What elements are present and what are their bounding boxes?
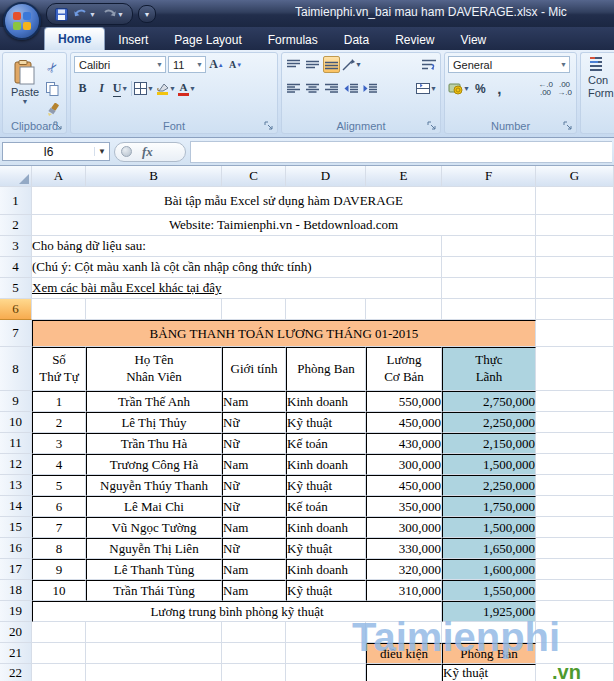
cell-f6[interactable]	[442, 299, 536, 320]
website-cell[interactable]: Website: Taimienphi.vn - Betdownload.com	[32, 215, 536, 236]
cell-dept[interactable]: Kỹ thuật	[286, 538, 366, 559]
merge-center-button[interactable]: ▼	[416, 80, 437, 97]
summary-label-cell[interactable]: Lương trung bình phòng kỹ thuật	[32, 601, 442, 622]
decrease-indent-button[interactable]	[342, 80, 359, 97]
row-header-5[interactable]: 5	[0, 278, 32, 299]
wrap-text-button[interactable]	[420, 56, 437, 73]
row-header-11[interactable]: 11	[0, 433, 32, 454]
cell-f3[interactable]	[442, 236, 536, 257]
cell-g[interactable]	[536, 391, 614, 412]
row-header-13[interactable]: 13	[0, 475, 32, 496]
cell-d22[interactable]	[286, 664, 366, 681]
cell-g6[interactable]	[536, 299, 614, 320]
insert-function-button[interactable]: fx	[142, 144, 153, 160]
cell-gender[interactable]: Nam	[222, 559, 286, 580]
merge-center-dropdown-icon[interactable]: ▼	[430, 85, 437, 92]
percent-style-button[interactable]: %	[472, 80, 489, 97]
cell-b21[interactable]	[86, 643, 222, 664]
cell-g[interactable]	[536, 580, 614, 601]
redo-button[interactable]: ▼	[102, 8, 124, 20]
row-header-20[interactable]: 20	[0, 622, 32, 643]
cell-net[interactable]: 1,500,000	[442, 454, 536, 475]
cell-gender[interactable]: Nữ	[222, 475, 286, 496]
number-format-combo[interactable]: General▼	[448, 56, 570, 73]
cell-dept[interactable]: Kinh doanh	[286, 517, 366, 538]
row-header-1[interactable]: 1	[0, 187, 32, 215]
cell-stt[interactable]: 1	[32, 391, 86, 412]
cell-net[interactable]: 2,750,000	[442, 391, 536, 412]
cell-g2[interactable]	[536, 215, 614, 236]
cell-a21[interactable]	[32, 643, 86, 664]
cell-d21[interactable]	[286, 643, 366, 664]
col-header-e[interactable]: E	[366, 166, 442, 187]
cell-c22[interactable]	[222, 664, 286, 681]
cell-gender[interactable]: Nữ	[222, 496, 286, 517]
cell-d6[interactable]	[286, 299, 366, 320]
font-dialog-launcher[interactable]	[264, 121, 274, 131]
header-stt[interactable]: Số Thứ Tự	[32, 347, 86, 391]
cell-g22[interactable]	[536, 664, 614, 681]
table-title-cell[interactable]: BẢNG THANH TOÁN LƯƠNG THÁNG 01-2015	[32, 320, 536, 347]
cell-net[interactable]: 1,750,000	[442, 496, 536, 517]
criteria-label-cell[interactable]: điều kiện	[366, 643, 442, 664]
paste-dropdown-icon[interactable]: ▼	[22, 98, 29, 105]
row-header-9[interactable]: 9	[0, 391, 32, 412]
increase-indent-button[interactable]	[361, 80, 378, 97]
cell-stt[interactable]: 9	[32, 559, 86, 580]
office-button[interactable]	[3, 2, 41, 40]
hyperlink-cell[interactable]: Xem các bài mẫu Excel khác tại đây	[32, 278, 442, 299]
number-format-dropdown-icon[interactable]: ▼	[560, 61, 567, 68]
cell-net[interactable]: 1,650,000	[442, 538, 536, 559]
cell-f4[interactable]	[442, 257, 536, 278]
col-header-g[interactable]: G	[536, 166, 614, 187]
conditional-formatting-label-line1[interactable]: Con	[588, 74, 614, 87]
borders-button[interactable]: ▼	[134, 80, 154, 97]
cell-gender[interactable]: Nam	[222, 580, 286, 601]
cell-gender[interactable]: Nam	[222, 454, 286, 475]
cell-g19[interactable]	[536, 601, 614, 622]
cell-salary[interactable]: 300,000	[366, 454, 442, 475]
bold-button[interactable]: B	[74, 80, 91, 97]
cell-stt[interactable]: 3	[32, 433, 86, 454]
cell-stt[interactable]: 10	[32, 580, 86, 601]
cell-g[interactable]	[536, 412, 614, 433]
row-header-16[interactable]: 16	[0, 538, 32, 559]
name-box[interactable]: I6 ▼	[2, 142, 110, 161]
cell-g1[interactable]	[536, 187, 614, 215]
note-line-cell[interactable]: (Chú ý: Cột màu xanh là cột cần nhập côn…	[32, 257, 442, 278]
undo-button[interactable]: ▼	[74, 8, 96, 20]
cell-net[interactable]: 2,250,000	[442, 412, 536, 433]
format-painter-button[interactable]	[44, 101, 61, 118]
cell-g[interactable]	[536, 496, 614, 517]
cell-salary[interactable]: 450,000	[366, 475, 442, 496]
underline-button[interactable]: U▼	[112, 80, 129, 97]
cell-salary[interactable]: 310,000	[366, 580, 442, 601]
cell-e20[interactable]	[366, 622, 442, 643]
select-all-corner[interactable]	[0, 166, 32, 187]
alignment-dialog-launcher[interactable]	[427, 121, 437, 131]
cell-c20[interactable]	[222, 622, 286, 643]
cell-g5[interactable]	[536, 278, 614, 299]
borders-dropdown-icon[interactable]: ▼	[147, 85, 154, 92]
cell-d20[interactable]	[286, 622, 366, 643]
font-name-combo[interactable]: Calibri▼	[74, 56, 166, 73]
row-header-10[interactable]: 10	[0, 412, 32, 433]
cell-name[interactable]: Lê Mai Chi	[86, 496, 222, 517]
orientation-dropdown-icon[interactable]: ▼	[355, 61, 362, 68]
row-header-14[interactable]: 14	[0, 496, 32, 517]
increase-decimal-button[interactable]: ←.0.00	[537, 80, 554, 97]
cell-net[interactable]: 2,250,000	[442, 475, 536, 496]
tab-page-layout[interactable]: Page Layout	[161, 29, 254, 50]
copy-button[interactable]	[44, 80, 61, 97]
cell-name[interactable]: Lê Thanh Tùng	[86, 559, 222, 580]
font-size-combo[interactable]: 11▼	[168, 56, 206, 73]
save-icon[interactable]	[55, 8, 68, 21]
cell-name[interactable]: Trần Thế Anh	[86, 391, 222, 412]
cell-dept[interactable]: Kỹ thuật	[286, 412, 366, 433]
cell-g20[interactable]	[536, 622, 614, 643]
customize-qat-button[interactable]: ▼	[138, 5, 156, 23]
grow-font-button[interactable]: A▲	[208, 56, 225, 73]
align-left-button[interactable]	[285, 80, 302, 97]
cell-stt[interactable]: 6	[32, 496, 86, 517]
sheet-title-cell[interactable]: Bài tập mẫu Excel sử dụng hàm DAVERAGE	[32, 187, 536, 215]
